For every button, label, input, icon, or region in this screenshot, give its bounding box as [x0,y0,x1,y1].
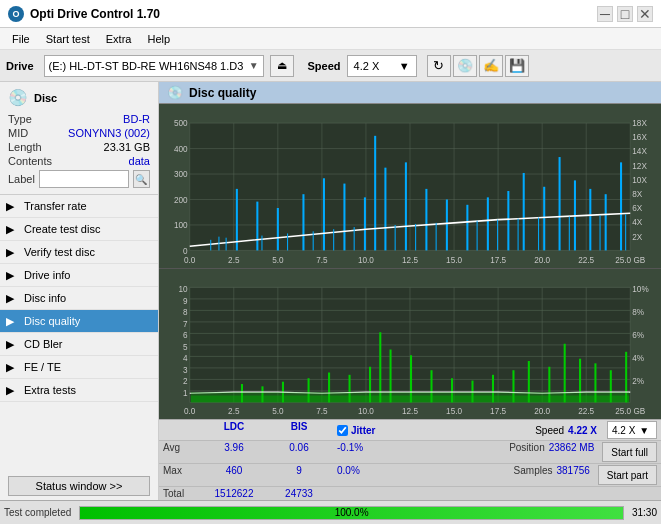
svg-rect-69 [226,238,227,251]
sidebar-item-disc-info[interactable]: ▶ Disc info [0,287,158,310]
stats-avg-jitter: -0.1% [329,441,505,463]
sidebar-item-disc-quality-label: Disc quality [24,315,80,327]
disc-contents-row: Contents data [8,154,150,168]
drive-select-value: (E:) HL-DT-ST BD-RE WH16NS48 1.D3 [49,60,249,72]
stats-avg-bis: 0.06 [269,441,329,463]
stats-ldc-header: LDC [199,420,269,440]
svg-text:2X: 2X [632,232,642,242]
svg-rect-49 [323,178,325,250]
toolbar-refresh[interactable]: ↻ [427,55,451,77]
eject-button[interactable]: ⏏ [270,55,294,77]
close-button[interactable]: ✕ [637,6,653,22]
sidebar-item-disc-info-label: Disc info [24,292,66,304]
start-part-button[interactable]: Start part [598,465,657,485]
disc-type-value: BD-R [123,113,150,125]
cd-bler-icon: ▶ [6,338,14,351]
svg-rect-70 [261,236,262,251]
stats-samples-value: 381756 [556,465,589,476]
menu-file[interactable]: File [4,31,38,47]
menu-extra[interactable]: Extra [98,31,140,47]
svg-text:5.0: 5.0 [272,406,284,417]
disc-quality-title: Disc quality [189,86,256,100]
speed-select-value: 4.2 X [612,425,635,436]
svg-rect-81 [538,218,539,251]
disc-contents-label: Contents [8,155,52,167]
sidebar-item-create-test-disc[interactable]: ▶ Create test disc [0,218,158,241]
stats-header-row: LDC BIS Jitter Speed 4.22 X 4.2 X ▼ [159,420,661,441]
svg-text:20.0: 20.0 [534,255,550,265]
sidebar-item-cd-bler-label: CD Bler [24,338,63,350]
time-text: 31:30 [632,507,657,518]
disc-length-label: Length [8,141,42,153]
svg-text:5: 5 [183,342,188,353]
sidebar-item-cd-bler[interactable]: ▶ CD Bler [0,333,158,356]
drive-select-arrow: ▼ [249,60,259,71]
svg-text:8%: 8% [632,307,644,318]
sidebar-item-transfer-rate[interactable]: ▶ Transfer rate [0,195,158,218]
svg-text:10.0: 10.0 [358,255,374,265]
svg-text:400: 400 [174,144,188,154]
svg-rect-83 [600,215,601,250]
sidebar-item-extra-tests-label: Extra tests [24,384,76,396]
speed-select[interactable]: 4.2 X ▼ [347,55,417,77]
drivebar: Drive (E:) HL-DT-ST BD-RE WH16NS48 1.D3 … [0,50,661,82]
toolbar-save[interactable]: 💾 [505,55,529,77]
progress-percent-text: 100.0% [80,507,623,519]
svg-text:10X: 10X [632,174,647,184]
sidebar-menu: ▶ Transfer rate ▶ Create test disc ▶ Ver… [0,195,158,472]
drive-select[interactable]: (E:) HL-DT-ST BD-RE WH16NS48 1.D3 ▼ [44,55,264,77]
disc-mid-value: SONYNN3 (002) [68,127,150,139]
svg-rect-65 [605,194,607,250]
svg-text:12.5: 12.5 [402,406,418,417]
toolbar-write[interactable]: ✍ [479,55,503,77]
disc-label-button[interactable]: 🔍 [133,170,150,188]
sidebar-item-drive-info[interactable]: ▶ Drive info [0,264,158,287]
svg-text:15.0: 15.0 [446,406,462,417]
svg-rect-75 [395,225,396,250]
menu-start-test[interactable]: Start test [38,31,98,47]
jitter-checkbox[interactable] [337,425,348,436]
menu-help[interactable]: Help [139,31,178,47]
disc-label-input[interactable] [39,170,129,188]
stats-total-spacer [329,487,661,500]
svg-rect-80 [518,219,519,251]
svg-rect-57 [466,205,468,251]
charts-area: LDC Read speed Write speed [159,104,661,419]
minimize-button[interactable]: ─ [597,6,613,22]
stats-speed-select-area: 4.2 X ▼ [603,420,661,440]
toolbar-disc[interactable]: 💿 [453,55,477,77]
svg-rect-59 [507,191,509,250]
sidebar-item-extra-tests[interactable]: ▶ Extra tests [0,379,158,402]
sidebar-item-verify-test-disc-label: Verify test disc [24,246,95,258]
sidebar-item-drive-info-label: Drive info [24,269,70,281]
disc-panel-header: 💿 Disc [8,88,150,108]
svg-rect-56 [446,199,448,250]
stats-max-bis: 9 [269,464,329,486]
svg-text:12X: 12X [632,161,647,171]
top-chart-svg: 500 400 300 200 100 0 18X 16X 14X 12X 10… [159,104,661,268]
maximize-button[interactable]: □ [617,6,633,22]
svg-rect-74 [354,227,355,250]
svg-text:500: 500 [174,118,188,128]
disc-type-row: Type BD-R [8,112,150,126]
svg-text:100: 100 [174,220,188,230]
toolbar-icons: ↻ 💿 ✍ 💾 [427,55,529,77]
speed-value: 4.2 X [354,60,380,72]
speed-select-stats[interactable]: 4.2 X ▼ [607,421,657,439]
svg-text:4: 4 [183,353,188,364]
stats-position-row: Position 23862 MB [509,442,594,453]
sidebar-item-fe-te[interactable]: ▶ FE / TE [0,356,158,379]
status-window-button[interactable]: Status window >> [8,476,150,496]
svg-text:6%: 6% [632,330,644,341]
sidebar-item-disc-quality[interactable]: ▶ Disc quality [0,310,158,333]
start-full-button[interactable]: Start full [602,442,657,462]
sidebar-item-verify-test-disc[interactable]: ▶ Verify test disc [0,241,158,264]
speed-select-arrow: ▼ [639,425,649,436]
progress-bar-area: Test completed 100.0% 31:30 [0,500,661,524]
svg-text:17.5: 17.5 [490,406,506,417]
speed-arrow: ▼ [399,60,410,72]
stats-total-ldc: 1512622 [199,487,269,500]
stats-total-row: Total 1512622 24733 [159,486,661,500]
svg-rect-82 [569,216,570,250]
extra-tests-icon: ▶ [6,384,14,397]
